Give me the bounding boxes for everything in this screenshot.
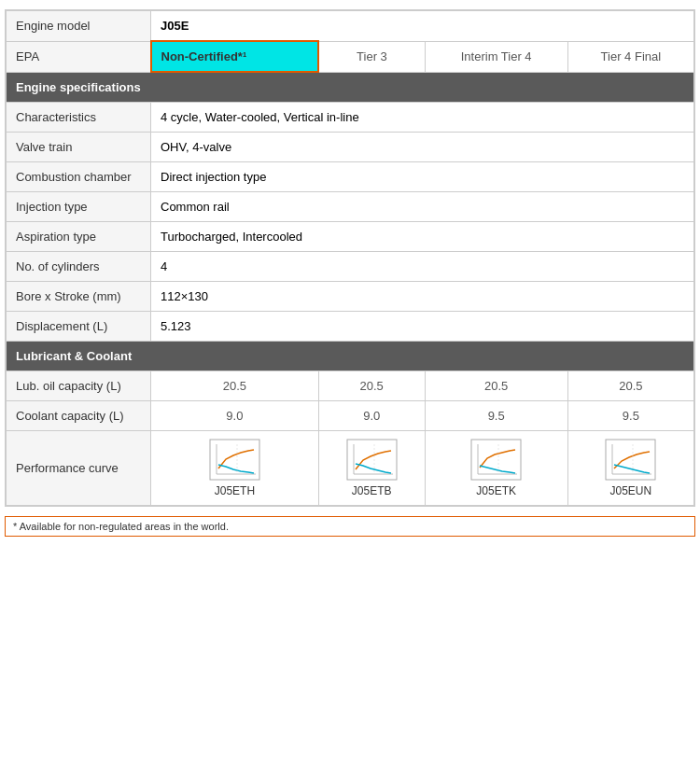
combustion-chamber-row: Combustion chamber Direct injection type bbox=[7, 162, 694, 192]
bore-stroke-value: 112×130 bbox=[151, 282, 694, 312]
perf-icon-3 bbox=[470, 439, 522, 481]
epa-col4: Tier 4 Final bbox=[567, 41, 693, 72]
injection-type-label: Injection type bbox=[7, 192, 151, 222]
epa-col2: Tier 3 bbox=[318, 41, 425, 72]
coolant-col1: 9.0 bbox=[151, 401, 319, 431]
svg-rect-8 bbox=[471, 440, 521, 480]
displacement-label: Displacement (L) bbox=[7, 312, 151, 342]
bore-stroke-label: Bore x Stroke (mm) bbox=[7, 282, 151, 312]
coolant-col2: 9.0 bbox=[318, 401, 425, 431]
injection-type-value: Common rail bbox=[151, 192, 694, 222]
epa-label: EPA bbox=[7, 41, 151, 72]
no-cylinders-label: No. of cylinders bbox=[7, 252, 151, 282]
aspiration-type-row: Aspiration type Turbocharged, Intercoole… bbox=[7, 222, 694, 252]
lubricant-header-row: Lubricant & Coolant bbox=[7, 342, 694, 371]
epa-row: EPA Non-Certified*¹ Tier 3 Interim Tier … bbox=[7, 41, 694, 72]
engine-model-value: J05E bbox=[151, 11, 694, 42]
aspiration-type-value: Turbocharged, Intercooled bbox=[151, 222, 694, 252]
perf-col2[interactable]: J05ETB bbox=[318, 431, 425, 506]
no-cylinders-row: No. of cylinders 4 bbox=[7, 252, 694, 282]
valve-train-row: Valve train OHV, 4-valve bbox=[7, 133, 694, 162]
footnote-text: * Available for non-regulated areas in t… bbox=[13, 521, 229, 532]
lub-oil-col3: 20.5 bbox=[425, 371, 567, 401]
perf-icon-4 bbox=[605, 439, 656, 481]
perf-icon-1 bbox=[209, 439, 260, 481]
combustion-chamber-value: Direct injection type bbox=[151, 162, 694, 192]
valve-train-label: Valve train bbox=[7, 133, 151, 162]
coolant-col4: 9.5 bbox=[567, 401, 693, 431]
perf-col3-name: J05ETK bbox=[433, 484, 560, 497]
bore-stroke-row: Bore x Stroke (mm) 112×130 bbox=[7, 282, 694, 312]
aspiration-type-label: Aspiration type bbox=[7, 222, 151, 252]
perf-col4[interactable]: J05EUN bbox=[567, 431, 693, 506]
displacement-row: Displacement (L) 5.123 bbox=[7, 312, 694, 342]
perf-curve-label: Performance curve bbox=[7, 431, 151, 506]
lubricant-header: Lubricant & Coolant bbox=[7, 342, 694, 371]
lub-oil-col4: 20.5 bbox=[567, 371, 693, 401]
no-cylinders-value: 4 bbox=[151, 252, 694, 282]
characteristics-value: 4 cycle, Water-cooled, Vertical in-line bbox=[151, 103, 694, 133]
footnote-box: * Available for non-regulated areas in t… bbox=[5, 516, 695, 537]
svg-rect-4 bbox=[347, 440, 397, 480]
main-table-wrapper: Engine model J05E EPA Non-Certified*¹ Ti… bbox=[5, 9, 695, 507]
lub-oil-label: Lub. oil capacity (L) bbox=[7, 371, 151, 401]
engine-specs-header: Engine specifications bbox=[7, 72, 694, 103]
lub-oil-col1: 20.5 bbox=[151, 371, 319, 401]
perf-col3[interactable]: J05ETK bbox=[425, 431, 567, 506]
displacement-value: 5.123 bbox=[151, 312, 694, 342]
characteristics-row: Characteristics 4 cycle, Water-cooled, V… bbox=[7, 103, 694, 133]
coolant-row: Coolant capacity (L) 9.0 9.0 9.5 9.5 bbox=[7, 401, 694, 431]
perf-icon-2 bbox=[346, 439, 398, 481]
perf-col4-name: J05EUN bbox=[576, 484, 686, 497]
perf-col2-name: J05ETB bbox=[327, 484, 417, 497]
characteristics-label: Characteristics bbox=[7, 103, 151, 133]
perf-curve-row: Performance curve J05ETH bbox=[7, 431, 694, 506]
coolant-label: Coolant capacity (L) bbox=[7, 401, 151, 431]
epa-col1: Non-Certified*¹ bbox=[151, 41, 319, 72]
engine-model-row: Engine model J05E bbox=[7, 11, 694, 42]
engine-model-label: Engine model bbox=[7, 11, 151, 42]
svg-rect-12 bbox=[606, 440, 655, 480]
lub-oil-row: Lub. oil capacity (L) 20.5 20.5 20.5 20.… bbox=[7, 371, 694, 401]
combustion-chamber-label: Combustion chamber bbox=[7, 162, 151, 192]
coolant-col3: 9.5 bbox=[425, 401, 567, 431]
perf-col1-name: J05ETH bbox=[159, 484, 311, 497]
injection-type-row: Injection type Common rail bbox=[7, 192, 694, 222]
lub-oil-col2: 20.5 bbox=[318, 371, 425, 401]
perf-col1[interactable]: J05ETH bbox=[151, 431, 319, 506]
specs-table: Engine model J05E EPA Non-Certified*¹ Ti… bbox=[6, 10, 694, 506]
valve-train-value: OHV, 4-valve bbox=[151, 133, 694, 162]
epa-col3: Interim Tier 4 bbox=[425, 41, 567, 72]
svg-rect-0 bbox=[210, 440, 259, 480]
engine-specs-header-row: Engine specifications bbox=[7, 72, 694, 103]
